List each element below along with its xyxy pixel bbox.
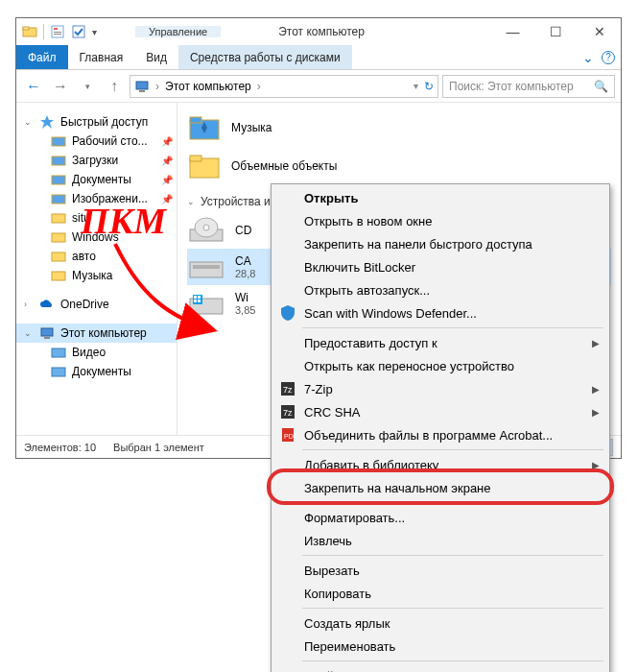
folder-icon [51, 133, 66, 149]
annotation-text: ПКМ [81, 200, 166, 242]
navigation-pane: ⌄ Быстрый доступ Рабочий сто...📌Загрузки… [16, 103, 177, 435]
menu-item[interactable]: Переименовать [273, 635, 607, 658]
menu-item[interactable]: Копировать [273, 582, 607, 605]
breadcrumb-root[interactable]: Этот компьютер [165, 80, 251, 93]
menu-separator [302, 502, 603, 503]
svg-rect-10 [52, 156, 65, 165]
menu-item[interactable]: Закрепить на начальном экране [273, 476, 607, 499]
tab-file[interactable]: Файл [16, 45, 68, 69]
sidebar-item-label: Музыка [72, 269, 112, 282]
menu-item-label: Закрепить на начальном экране [304, 481, 491, 495]
folder-icon [187, 149, 222, 183]
svg-rect-17 [41, 328, 53, 336]
tab-drive-tools[interactable]: Средства работы с дисками [178, 45, 352, 69]
menu-item[interactable]: Предоставить доступ к▶ [273, 331, 607, 354]
breadcrumb-sep[interactable]: › [257, 80, 261, 93]
menu-item[interactable]: PDFОбъединить файлы в программе Acrobat.… [273, 423, 607, 446]
menu-item-label: 7-Zip [304, 382, 333, 396]
qat-dropdown-icon[interactable]: ▾ [92, 27, 97, 37]
pdf-icon: PDF [279, 426, 296, 444]
sidebar-item[interactable]: Загрузки📌 [16, 151, 177, 170]
drive-label: Wi [235, 291, 255, 304]
svg-rect-16 [52, 272, 65, 280]
folder-item[interactable]: Объемные объекты [187, 147, 611, 185]
maximize-button[interactable]: ☐ [534, 18, 578, 45]
svg-text:PDF: PDF [284, 433, 296, 440]
folder-icon [187, 110, 222, 145]
svg-rect-7 [136, 82, 148, 89]
svg-rect-28 [190, 262, 223, 277]
status-count: Элементов: 10 [24, 442, 96, 453]
refresh-icon[interactable]: ↻ [424, 80, 434, 93]
menu-item[interactable]: Открыть как переносное устройство [273, 354, 607, 377]
folder-item[interactable]: Музыка [187, 108, 611, 147]
drive-sublabel: 3,85 [235, 304, 255, 316]
sidebar-item[interactable]: Документы [16, 362, 177, 381]
menu-item-label: Вырезать [304, 564, 360, 578]
svg-rect-5 [54, 34, 61, 35]
dvd-drive-icon [187, 216, 225, 245]
search-icon[interactable]: 🔍 [594, 80, 608, 93]
pin-icon: 📌 [161, 136, 173, 147]
tab-view[interactable]: Вид [134, 45, 178, 69]
menu-item[interactable]: Добавить в библиотеку▶ [273, 453, 607, 476]
sidebar-this-pc[interactable]: ⌄ Этот компьютер [16, 324, 177, 343]
sidebar-item[interactable]: Документы📌 [16, 170, 177, 189]
folder-label: Музыка [231, 121, 272, 134]
search-input[interactable]: Поиск: Этот компьютер 🔍 [442, 75, 615, 98]
address-bar[interactable]: › Этот компьютер › ▾ ↻ [130, 75, 438, 98]
pc-icon [39, 325, 55, 341]
help-icon[interactable]: ? [602, 51, 615, 64]
menu-item[interactable]: Открыть автозапуск... [273, 278, 607, 301]
menu-item[interactable]: Scan with Windows Defender... [273, 301, 607, 324]
menu-item-label: Переименовать [304, 639, 395, 654]
minimize-button[interactable]: — [491, 18, 534, 45]
menu-item[interactable]: 7zCRC SHA▶ [273, 400, 607, 423]
forward-button[interactable]: → [49, 75, 72, 98]
svg-rect-4 [54, 32, 61, 33]
menu-item-label: Объединить файлы в программе Acrobat... [304, 428, 553, 443]
sidebar-item[interactable]: авто [16, 247, 177, 266]
folder-icon [51, 249, 66, 264]
close-button[interactable]: ✕ [578, 18, 621, 45]
sidebar-item-label: Документы [72, 365, 131, 378]
sidebar-item[interactable]: Видео [16, 343, 177, 362]
folder-icon [22, 24, 37, 39]
menu-separator [302, 327, 603, 328]
window-title: Этот компьютер [221, 25, 491, 38]
sidebar-item-label: авто [72, 250, 96, 263]
properties-icon[interactable] [50, 24, 65, 39]
menu-item[interactable]: Извлечь [273, 529, 607, 552]
contextual-tab-label: Управление [135, 26, 221, 37]
tab-home[interactable]: Главная [68, 45, 135, 69]
sidebar-item-label: Этот компьютер [60, 326, 147, 340]
menu-item[interactable]: 7z7-Zip▶ [273, 377, 607, 400]
menu-item[interactable]: Открыть в новом окне [273, 209, 607, 232]
sidebar-item[interactable]: Музыка [16, 266, 177, 285]
checkbox-icon[interactable] [71, 24, 86, 39]
sidebar-item[interactable]: Рабочий сто...📌 [16, 132, 177, 151]
back-button[interactable]: ← [22, 75, 45, 98]
menu-item[interactable]: Вырезать [273, 559, 607, 582]
sidebar-item-label: Рабочий сто... [72, 134, 148, 148]
ribbon-expand-icon[interactable]: ⌄ [582, 50, 594, 65]
folder-icon [51, 364, 66, 379]
recent-dropdown-icon[interactable]: ▾ [76, 75, 99, 98]
menu-item[interactable]: Создать ярлык [273, 612, 607, 635]
ribbon: Файл Главная Поделиться Вид Средства раб… [16, 45, 621, 70]
address-dropdown-icon[interactable]: ▾ [414, 81, 418, 91]
cloud-icon [39, 297, 55, 312]
up-button[interactable]: ↑ [103, 75, 126, 98]
menu-item[interactable]: Форматировать... [273, 506, 607, 529]
svg-rect-29 [193, 265, 220, 269]
sidebar-quick-access[interactable]: ⌄ Быстрый доступ [16, 112, 177, 132]
menu-item[interactable]: Открыть [273, 186, 607, 209]
menu-item[interactable]: Свойства [273, 664, 607, 672]
svg-text:7z: 7z [283, 385, 293, 395]
sidebar-onedrive[interactable]: › OneDrive [16, 295, 177, 314]
menu-item-label: Открыть автозапуск... [304, 283, 430, 298]
folder-icon [51, 268, 66, 283]
folder-icon [51, 210, 66, 226]
menu-item[interactable]: Закрепить на панели быстрого доступа [273, 232, 607, 255]
menu-item[interactable]: Включить BitLocker [273, 255, 607, 278]
